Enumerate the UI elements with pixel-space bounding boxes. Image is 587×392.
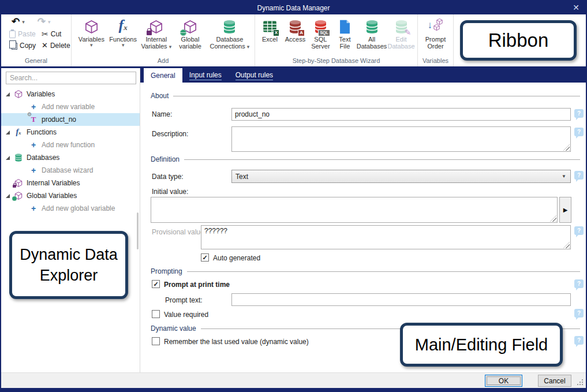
- group-label-general: General: [1, 57, 71, 66]
- ribbon: ↶ ▾ ↷ ▾ Paste ✂ Cut: [1, 14, 586, 68]
- tab-strip: General Input rules Output rules: [140, 68, 586, 83]
- name-input[interactable]: [231, 108, 571, 121]
- expand-icon[interactable]: [6, 156, 10, 160]
- description-label: Description:: [152, 130, 188, 138]
- sidebar-scrollbar-thumb[interactable]: [137, 212, 139, 249]
- initial-value-textarea[interactable]: [151, 197, 558, 223]
- play-icon: ▶: [563, 207, 568, 213]
- globe-icon: [12, 196, 17, 201]
- cube-icon: [14, 89, 23, 99]
- close-icon[interactable]: ✕: [573, 3, 579, 12]
- lock-icon: [147, 31, 152, 35]
- expand-icon[interactable]: [6, 130, 10, 135]
- tab-output-rules[interactable]: Output rules: [229, 68, 280, 83]
- auto-generated-label: Auto generated: [213, 254, 260, 262]
- prompt-text-input[interactable]: [231, 293, 571, 306]
- data-type-label: Data type:: [152, 173, 184, 181]
- excel-button[interactable]: X Excel: [257, 16, 282, 43]
- expand-icon[interactable]: [6, 92, 10, 96]
- prompt-at-print-time-label: Prompt at print time: [164, 281, 230, 289]
- database-connections-caret-icon: ▾: [247, 44, 250, 50]
- plus-icon: +: [29, 102, 38, 111]
- ok-button[interactable]: OK: [485, 375, 522, 387]
- all-databases-button[interactable]: All Databases: [357, 16, 387, 50]
- functions-button[interactable]: fx Functions ▾: [108, 16, 139, 47]
- tree-item-variables[interactable]: Variables: [1, 88, 140, 100]
- remember-last-value-checkbox[interactable]: [152, 337, 160, 345]
- cancel-button[interactable]: Cancel: [538, 375, 571, 387]
- ribbon-group-add: Variables ▾ fx Functions ▾ Internal Vari…: [72, 14, 255, 66]
- dynamic-data-manager-window: Dynamic Data Manager ✕ ↶ ▾ ↷ ▾: [0, 0, 587, 392]
- window-title: Dynamic Data Manager: [257, 4, 330, 12]
- check-icon: ✓: [202, 254, 207, 262]
- undo-button[interactable]: ↶ ▾: [12, 18, 25, 26]
- paste-icon: [9, 31, 16, 38]
- paste-button[interactable]: Paste: [9, 29, 36, 39]
- prompt-order-button[interactable]: ↓ Prompt Order: [420, 16, 451, 50]
- tab-general[interactable]: General: [144, 68, 182, 83]
- title-bar: Dynamic Data Manager ✕: [1, 1, 586, 14]
- redo-button[interactable]: ↷ ▾: [38, 18, 51, 26]
- initial-value-expand-button[interactable]: ▶: [559, 197, 571, 223]
- copy-button[interactable]: Copy: [9, 41, 36, 50]
- tree-item-database-wizard[interactable]: + Database wizard: [1, 164, 140, 177]
- explorer-tree: Variables + Add new variable ⚙T product_…: [1, 88, 140, 215]
- expand-icon[interactable]: [6, 194, 10, 198]
- help-icon[interactable]: ?: [574, 171, 584, 180]
- variables-caret-icon: ▾: [90, 43, 93, 47]
- help-icon[interactable]: ?: [574, 128, 584, 136]
- main-editing-field: About Name: ? Description: ? Definition …: [140, 83, 586, 372]
- section-prompting: Prompting: [151, 267, 580, 275]
- provisional-value-label: Provisional value:: [152, 228, 206, 236]
- search-input[interactable]: [6, 72, 136, 84]
- help-icon[interactable]: ?: [574, 226, 584, 235]
- tree-item-functions[interactable]: fx Functions: [1, 126, 140, 139]
- database-connections-button[interactable]: Database Connections ▾: [207, 16, 252, 50]
- database-connections-icon: [222, 19, 237, 35]
- access-badge-icon: A: [298, 29, 305, 36]
- globe-icon: [180, 29, 186, 36]
- tree-item-add-new-function[interactable]: + Add new function: [1, 139, 140, 151]
- data-type-select[interactable]: Text ▼: [231, 170, 571, 183]
- access-button[interactable]: A Access: [283, 16, 308, 43]
- tree-item-add-new-global-variable[interactable]: + Add new global variable: [1, 202, 140, 215]
- internal-variables-button[interactable]: Internal Variables ▾: [140, 16, 174, 50]
- copy-icon: [12, 43, 17, 50]
- tree-item-internal-variables[interactable]: Internal Variables: [1, 177, 140, 189]
- help-icon[interactable]: ?: [574, 109, 584, 118]
- cut-button[interactable]: ✂ Cut: [42, 29, 70, 39]
- provisional-value-textarea[interactable]: ??????: [201, 225, 571, 249]
- tree-item-add-new-variable[interactable]: + Add new variable: [1, 100, 140, 113]
- lock-icon: [13, 185, 16, 188]
- text-variable-icon: ⚙T: [29, 115, 38, 124]
- auto-generated-checkbox[interactable]: ✓: [201, 253, 209, 262]
- delete-button[interactable]: ✕ Delete: [42, 41, 70, 50]
- tree-item-databases[interactable]: Databases: [1, 151, 140, 164]
- redo-caret-icon: ▾: [48, 20, 51, 24]
- main-field-annotation: Main/Editing Field: [400, 323, 563, 367]
- help-icon[interactable]: ?: [574, 309, 584, 318]
- description-textarea[interactable]: [231, 126, 571, 152]
- help-icon[interactable]: ?: [574, 279, 584, 288]
- window-bottom-border: [1, 388, 586, 391]
- ribbon-annotation: Ribbon: [460, 20, 577, 61]
- sql-server-button[interactable]: SQL SQL Server: [308, 16, 333, 50]
- tree-item-product-no[interactable]: ⚙T product_no: [1, 113, 140, 126]
- prompt-at-print-time-checkbox[interactable]: ✓: [152, 280, 160, 288]
- tab-input-rules[interactable]: Input rules: [182, 68, 229, 83]
- global-variable-button[interactable]: Global variable: [174, 16, 206, 50]
- value-required-checkbox[interactable]: [152, 310, 160, 318]
- ribbon-group-wizard: X Excel A Access SQL SQL Serv: [255, 14, 418, 66]
- tree-item-global-variables[interactable]: Global Variables: [1, 189, 140, 202]
- window-resize-grip[interactable]: [582, 384, 583, 385]
- help-icon[interactable]: ?: [574, 336, 584, 345]
- text-file-button[interactable]: Text File: [334, 16, 356, 50]
- cut-icon: ✂: [42, 29, 48, 39]
- variables-cube-icon: [84, 19, 99, 35]
- value-required-label: Value required: [164, 311, 208, 319]
- ribbon-group-variables: ↓ Prompt Order Variables: [418, 14, 454, 66]
- variables-button[interactable]: Variables ▾: [76, 16, 107, 47]
- edit-database-button[interactable]: ✎ Edit Database: [387, 16, 415, 50]
- plus-icon: +: [29, 166, 38, 175]
- group-label-add: Add: [72, 57, 255, 66]
